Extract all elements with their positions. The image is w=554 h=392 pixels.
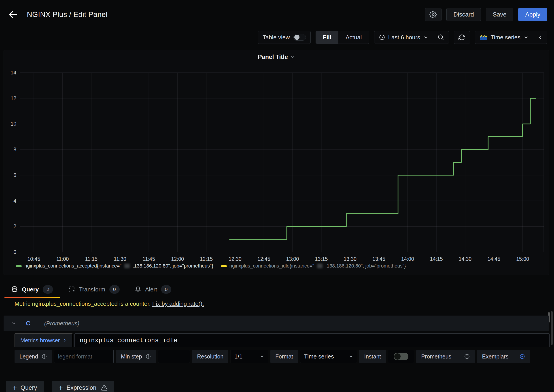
table-view-toggle[interactable] bbox=[293, 34, 306, 41]
redacted-text bbox=[317, 264, 322, 268]
query-ref-id: C bbox=[26, 320, 30, 327]
bell-icon bbox=[135, 286, 141, 293]
promql-query-input[interactable] bbox=[74, 333, 549, 347]
grafana-edit-panel: NGINX Plus / Edit Panel Discard Save App… bbox=[0, 0, 554, 392]
toggle-knob bbox=[294, 35, 299, 40]
counter-warning: Metric nginxplus_connections_accepted is… bbox=[14, 300, 204, 307]
info-icon[interactable] bbox=[42, 354, 47, 359]
toggle-knob bbox=[394, 353, 401, 360]
refresh-button[interactable] bbox=[454, 31, 470, 44]
database-icon bbox=[11, 286, 18, 293]
table-view-section: Table view bbox=[258, 31, 310, 44]
svg-text:12:30: 12:30 bbox=[228, 256, 241, 262]
tab-count-badge: 2 bbox=[43, 285, 53, 294]
panel-settings-button[interactable] bbox=[425, 8, 441, 21]
chevron-down-icon bbox=[11, 321, 16, 326]
svg-text:12:00: 12:00 bbox=[171, 256, 184, 262]
fill-option[interactable]: Fill bbox=[316, 31, 339, 44]
format-label: Format bbox=[275, 353, 293, 360]
svg-text:13:45: 13:45 bbox=[372, 256, 385, 262]
instant-toggle[interactable] bbox=[394, 353, 408, 360]
page-title: NGINX Plus / Edit Panel bbox=[27, 10, 107, 19]
add-expression-label: Expression bbox=[66, 385, 96, 391]
resolution-option: Resolution bbox=[192, 350, 228, 363]
legend-item-connections-idle[interactable]: nginxplus_connections_idle{instance=".13… bbox=[221, 263, 406, 269]
panel-toolbar: Table view Fill Actual Last 6 hours bbox=[258, 29, 547, 45]
tab-alert[interactable]: Alert 0 bbox=[128, 282, 178, 297]
tab-count-badge: 0 bbox=[161, 285, 171, 294]
chart-legend: nginxplus_connections_accepted{instance=… bbox=[16, 263, 406, 269]
legend-option: Legend bbox=[14, 350, 52, 363]
query-row-header[interactable]: C (Prometheus) bbox=[4, 315, 549, 331]
viz-picker-control: Time series bbox=[475, 31, 547, 44]
panel-header-menu[interactable]: Panel Title bbox=[4, 50, 549, 64]
viz-picker-button[interactable]: Time series bbox=[475, 31, 533, 44]
info-icon[interactable] bbox=[146, 354, 151, 359]
header-actions: Discard Save Apply bbox=[425, 8, 547, 21]
tab-transform[interactable]: Transform 0 bbox=[62, 282, 126, 297]
exemplars-eye-icon[interactable] bbox=[519, 353, 525, 360]
tab-query[interactable]: Query 2 bbox=[5, 282, 60, 297]
min-step-input[interactable] bbox=[158, 350, 190, 363]
clock-icon bbox=[379, 34, 385, 41]
fill-actual-segmented: Fill Actual bbox=[316, 31, 369, 44]
zoom-out-icon bbox=[437, 34, 444, 41]
min-step-option: Min step bbox=[116, 350, 156, 363]
query-options-row: Legend Min step Resolution 1/1 Format Ti… bbox=[14, 350, 530, 363]
editor-tabs: Query 2 Transform 0 Alert 0 bbox=[5, 282, 178, 297]
gear-icon bbox=[429, 11, 437, 18]
table-view-control: Table view bbox=[258, 31, 310, 44]
time-series-chart[interactable]: 0246810121410:4511:0011:1511:3011:4512:0… bbox=[4, 64, 549, 265]
legend-label: nginxplus_connections_accepted{instance=… bbox=[24, 263, 121, 269]
instant-toggle-box bbox=[388, 350, 414, 363]
discard-button[interactable]: Discard bbox=[447, 8, 481, 21]
fix-rate-link[interactable]: Fix by adding rate(). bbox=[152, 300, 204, 307]
datasource-name: (Prometheus) bbox=[44, 320, 80, 327]
svg-text:6: 6 bbox=[14, 172, 16, 178]
svg-text:12:45: 12:45 bbox=[257, 256, 270, 262]
chevron-down-icon bbox=[524, 35, 528, 40]
panel-preview: Panel Title 0246810121410:4511:0011:1511… bbox=[4, 50, 549, 275]
metrics-browser-button[interactable]: Metrics browser bbox=[14, 333, 73, 347]
metrics-row: Metrics browser bbox=[14, 333, 549, 347]
legend-option-label: Legend bbox=[20, 353, 38, 360]
svg-text:14:15: 14:15 bbox=[430, 256, 443, 262]
instant-label: Instant bbox=[364, 353, 381, 360]
time-range-picker[interactable]: Last 6 hours bbox=[374, 31, 433, 44]
apply-button[interactable]: Apply bbox=[518, 8, 547, 21]
page-scrollbar-thumb[interactable] bbox=[551, 311, 553, 345]
svg-text:10: 10 bbox=[11, 121, 16, 127]
prometheus-option: Prometheus bbox=[416, 350, 475, 363]
legend-label: nginxplus_connections_idle{instance=" bbox=[229, 263, 314, 269]
add-query-button[interactable]: + Query bbox=[6, 381, 44, 392]
tab-label: Query bbox=[22, 286, 39, 293]
actual-option[interactable]: Actual bbox=[338, 31, 369, 44]
time-range-control: Last 6 hours bbox=[374, 31, 449, 44]
svg-text:8: 8 bbox=[14, 147, 16, 152]
chevron-down-icon bbox=[291, 55, 295, 59]
svg-text:11:30: 11:30 bbox=[114, 256, 126, 262]
svg-text:13:15: 13:15 bbox=[315, 256, 328, 262]
instant-option: Instant bbox=[359, 350, 386, 363]
time-series-viz-icon bbox=[480, 35, 488, 41]
legend-item-connections-accepted[interactable]: nginxplus_connections_accepted{instance=… bbox=[16, 263, 213, 269]
add-expression-button[interactable]: + Expression bbox=[52, 381, 114, 392]
back-button[interactable] bbox=[7, 8, 19, 21]
svg-text:13:30: 13:30 bbox=[344, 256, 357, 262]
legend-format-input[interactable] bbox=[54, 350, 114, 363]
exemplars-label: Exemplars bbox=[482, 353, 508, 360]
min-step-label: Min step bbox=[121, 353, 142, 360]
format-select[interactable]: Time series bbox=[300, 350, 357, 363]
table-view-label: Table view bbox=[263, 34, 290, 41]
refresh-icon bbox=[459, 34, 465, 41]
info-icon[interactable] bbox=[464, 354, 470, 359]
zoom-out-button[interactable] bbox=[433, 31, 449, 44]
warning-triangle-icon bbox=[101, 385, 107, 391]
panel-title: Panel Title bbox=[258, 54, 288, 61]
save-button[interactable]: Save bbox=[486, 8, 513, 21]
collapse-options-pane-button[interactable] bbox=[533, 31, 547, 44]
svg-text:11:45: 11:45 bbox=[142, 256, 155, 262]
legend-label: .138.186.120:80", job="prometheus"} bbox=[133, 263, 213, 269]
chevron-right-icon bbox=[62, 338, 67, 343]
resolution-select[interactable]: 1/1 bbox=[231, 350, 268, 363]
